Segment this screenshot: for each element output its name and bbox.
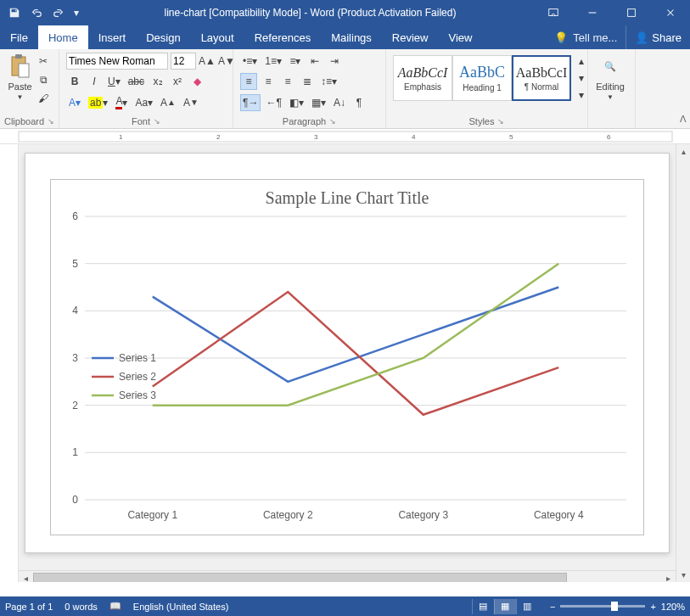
- dialog-launcher-icon[interactable]: ↘: [48, 117, 54, 126]
- chart-object[interactable]: Sample Line Chart Title 0123456Category …: [50, 179, 644, 535]
- view-buttons: ▤ ▦ ▥: [472, 599, 538, 614]
- underline-button[interactable]: U▾: [105, 73, 123, 90]
- svg-text:Category 3: Category 3: [398, 509, 448, 521]
- dialog-launcher-icon[interactable]: ↘: [154, 117, 160, 126]
- change-case-button[interactable]: Aa▾: [132, 94, 155, 111]
- qat-dropdown-icon[interactable]: ▾: [71, 3, 81, 22]
- dialog-launcher-icon[interactable]: ↘: [329, 117, 336, 126]
- tab-layout[interactable]: Layout: [191, 25, 244, 49]
- highlight-button[interactable]: ab▾: [86, 94, 110, 111]
- format-painter-button[interactable]: 🖌: [35, 90, 52, 107]
- style-name: Emphasis: [404, 82, 441, 92]
- tab-review[interactable]: Review: [382, 25, 439, 49]
- font-size-input[interactable]: [171, 53, 196, 70]
- read-mode-icon[interactable]: ▤: [472, 599, 494, 614]
- borders-button[interactable]: ▦▾: [309, 94, 328, 111]
- subscript-button[interactable]: x₂: [149, 73, 166, 90]
- paste-button[interactable]: Paste ▼: [7, 53, 33, 107]
- group-editing: 🔍 Editing ▼: [588, 49, 636, 128]
- rtl-button[interactable]: ←¶: [263, 94, 283, 111]
- group-styles: AaBbCcI Emphasis AaBbC Heading 1 AaBbCcI…: [386, 49, 588, 128]
- page-status[interactable]: Page 1 of 1: [5, 602, 53, 612]
- grow-font-button[interactable]: A▲: [199, 53, 216, 70]
- close-button[interactable]: [651, 0, 690, 25]
- vertical-scrollbar[interactable]: ▴ ▾: [676, 144, 690, 582]
- horizontal-ruler[interactable]: 123 456: [0, 129, 690, 144]
- tab-home[interactable]: Home: [38, 25, 88, 49]
- save-icon[interactable]: [5, 3, 24, 22]
- word-count[interactable]: 0 words: [65, 602, 98, 612]
- tab-file[interactable]: File: [0, 25, 38, 49]
- maximize-button[interactable]: [612, 0, 651, 25]
- dialog-launcher-icon[interactable]: ↘: [497, 117, 504, 126]
- quick-access-toolbar: ▾: [0, 3, 87, 22]
- ribbon-display-options-icon[interactable]: [534, 0, 573, 25]
- vertical-ruler[interactable]: [0, 144, 19, 582]
- tab-view[interactable]: View: [438, 25, 482, 49]
- shrink-font-button[interactable]: A▼: [218, 53, 235, 70]
- redo-icon[interactable]: [49, 3, 68, 22]
- style-heading1[interactable]: AaBbC Heading 1: [452, 55, 512, 101]
- zoom-control[interactable]: − + 120%: [550, 602, 685, 612]
- scroll-right-icon[interactable]: ▸: [661, 571, 676, 583]
- zoom-out-icon[interactable]: −: [550, 602, 555, 612]
- zoom-in-icon[interactable]: +: [650, 602, 655, 612]
- superscript-button[interactable]: x²: [169, 73, 186, 90]
- svg-text:Category 2: Category 2: [263, 509, 313, 521]
- share-button[interactable]: 👤 Share: [625, 25, 690, 49]
- tab-references[interactable]: References: [244, 25, 321, 49]
- styles-scroll-up-icon[interactable]: ▴: [573, 53, 590, 70]
- horizontal-scrollbar[interactable]: ◂ ▸: [19, 570, 676, 582]
- group-font: A▲ A▼ B I U▾ abc x₂ x² ◆ A▾ ab▾ A▾ Aa▾ A…: [59, 49, 233, 128]
- styles-scroll-down-icon[interactable]: ▾: [573, 70, 590, 87]
- justify-button[interactable]: ≣: [299, 73, 316, 90]
- clear-formatting-button[interactable]: ◆: [188, 73, 205, 90]
- scroll-down-icon[interactable]: ▾: [676, 568, 691, 582]
- sort-button[interactable]: A↓: [331, 94, 348, 111]
- style-emphasis[interactable]: AaBbCcI Emphasis: [393, 55, 452, 101]
- scroll-left-icon[interactable]: ◂: [19, 571, 33, 583]
- text-effects-button[interactable]: A▾: [66, 94, 83, 111]
- increase-indent-button[interactable]: ⇥: [326, 53, 343, 70]
- tab-mailings[interactable]: Mailings: [321, 25, 382, 49]
- scroll-up-icon[interactable]: ▴: [676, 144, 691, 159]
- strikethrough-button[interactable]: abc: [126, 73, 147, 90]
- ltr-button[interactable]: ¶→: [240, 94, 261, 111]
- editing-button[interactable]: 🔍 Editing ▼: [595, 53, 625, 101]
- line-spacing-button[interactable]: ↕≡▾: [318, 73, 339, 90]
- zoom-level[interactable]: 120%: [661, 602, 685, 612]
- multilevel-button[interactable]: ≡▾: [287, 53, 304, 70]
- share-icon: 👤: [635, 31, 648, 44]
- collapse-ribbon-icon[interactable]: ᐱ: [680, 114, 687, 125]
- undo-icon[interactable]: [27, 3, 46, 22]
- document-scroll[interactable]: Sample Line Chart Title 0123456Category …: [19, 144, 676, 582]
- style-normal[interactable]: AaBbCcI ¶ Normal: [512, 55, 571, 101]
- align-left-button[interactable]: ≡: [240, 73, 257, 90]
- bold-button[interactable]: B: [66, 73, 83, 90]
- language-status[interactable]: English (United States): [133, 602, 229, 612]
- align-center-button[interactable]: ≡: [260, 73, 277, 90]
- tab-insert[interactable]: Insert: [88, 25, 137, 49]
- decrease-indent-button[interactable]: ⇤: [306, 53, 323, 70]
- font-name-input[interactable]: [66, 53, 168, 70]
- tell-me-search[interactable]: 💡 Tell me...: [546, 25, 625, 49]
- copy-button[interactable]: ⧉: [35, 71, 52, 88]
- numbering-button[interactable]: 1≡▾: [262, 53, 284, 70]
- svg-text:3: 3: [314, 133, 318, 141]
- minimize-button[interactable]: [573, 0, 612, 25]
- cut-button[interactable]: ✂: [35, 53, 52, 70]
- zoom-slider[interactable]: [560, 605, 645, 608]
- print-layout-icon[interactable]: ▦: [494, 599, 516, 614]
- shading-button[interactable]: ◧▾: [287, 94, 306, 111]
- styles-more-icon[interactable]: ▾: [573, 87, 590, 104]
- italic-button[interactable]: I: [86, 73, 103, 90]
- bullets-button[interactable]: •≡▾: [240, 53, 260, 70]
- font-color-button[interactable]: A▾: [113, 94, 130, 111]
- spellcheck-icon[interactable]: 📖: [109, 601, 121, 612]
- tab-design[interactable]: Design: [136, 25, 190, 49]
- grow-font-alt-button[interactable]: A▲: [158, 94, 178, 111]
- web-layout-icon[interactable]: ▥: [516, 599, 538, 614]
- shrink-font-alt-button[interactable]: A▼: [181, 94, 201, 111]
- align-right-button[interactable]: ≡: [279, 73, 296, 90]
- show-marks-button[interactable]: ¶: [351, 94, 367, 111]
